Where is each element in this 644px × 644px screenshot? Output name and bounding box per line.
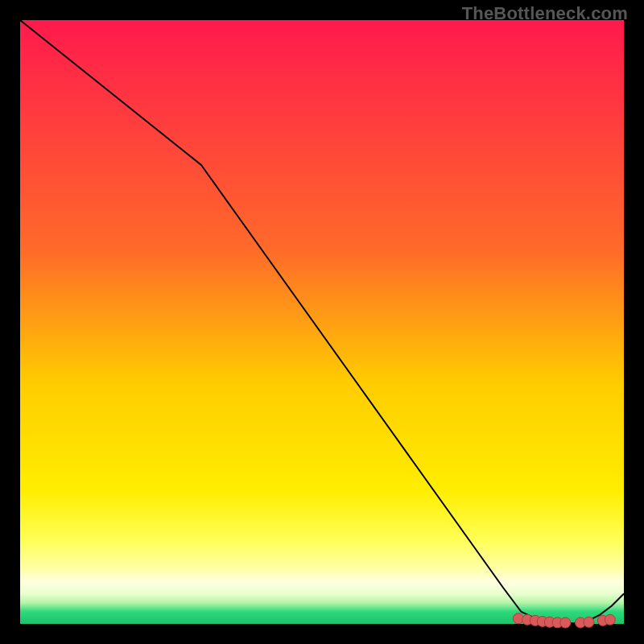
bottleneck-chart bbox=[0, 0, 644, 644]
optimal-marker bbox=[605, 614, 615, 625]
watermark-text: TheBottleneck.com bbox=[462, 3, 628, 24]
optimal-marker bbox=[584, 617, 594, 627]
optimal-marker bbox=[560, 617, 571, 628]
chart-frame: { "watermark": "TheBottleneck.com", "col… bbox=[0, 0, 644, 644]
plot-gradient-bg bbox=[20, 20, 624, 624]
